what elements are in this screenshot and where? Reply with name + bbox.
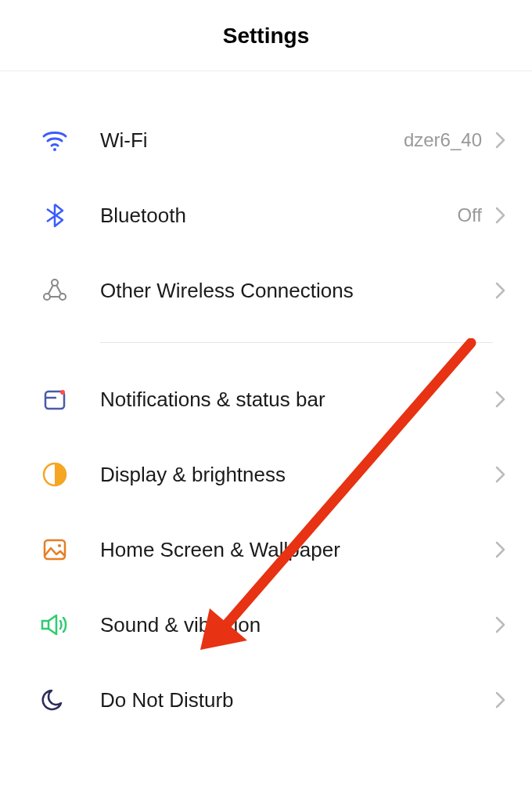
chevron-right-icon — [493, 391, 509, 407]
settings-list: Wi-Fi dzer6_40 Bluetooth Off — [0, 71, 532, 738]
settings-item-label: Bluetooth — [100, 204, 457, 228]
chevron-right-icon — [493, 617, 509, 633]
chevron-right-icon — [493, 132, 509, 148]
bluetooth-icon — [39, 200, 70, 231]
svg-rect-11 — [45, 540, 65, 559]
settings-item-home-screen[interactable]: Home Screen & Wallpaper — [0, 512, 532, 587]
svg-line-5 — [56, 285, 61, 294]
svg-point-3 — [59, 294, 66, 300]
svg-point-2 — [44, 294, 50, 300]
wallpaper-icon — [39, 534, 70, 565]
settings-item-notifications[interactable]: Notifications & status bar — [0, 362, 532, 437]
settings-item-bluetooth[interactable]: Bluetooth Off — [0, 178, 532, 253]
settings-item-display[interactable]: Display & brightness — [0, 437, 532, 512]
settings-item-label: Sound & vibration — [100, 613, 493, 637]
settings-item-value: Off — [457, 204, 482, 226]
settings-item-label: Home Screen & Wallpaper — [100, 538, 493, 562]
svg-rect-13 — [42, 621, 49, 629]
section-divider — [0, 342, 532, 343]
chevron-right-icon — [493, 542, 509, 557]
svg-point-0 — [53, 148, 56, 151]
svg-line-4 — [49, 285, 53, 294]
settings-item-label: Wi-Fi — [100, 128, 404, 153]
chevron-right-icon — [493, 467, 509, 482]
settings-item-wifi[interactable]: Wi-Fi dzer6_40 — [0, 103, 532, 178]
sound-icon — [39, 609, 70, 640]
svg-point-12 — [58, 544, 61, 547]
chevron-right-icon — [493, 692, 509, 708]
chevron-right-icon — [493, 207, 509, 223]
settings-item-value: dzer6_40 — [404, 129, 482, 151]
settings-item-label: Other Wireless Connections — [100, 279, 493, 303]
svg-point-9 — [60, 390, 65, 395]
page-title: Settings — [0, 23, 532, 49]
settings-item-other-wireless[interactable]: Other Wireless Connections — [0, 253, 532, 328]
settings-item-label: Do Not Disturb — [100, 688, 493, 712]
settings-item-dnd[interactable]: Do Not Disturb — [0, 662, 532, 738]
brightness-icon — [39, 459, 70, 490]
wifi-icon — [39, 124, 70, 156]
notifications-icon — [39, 384, 70, 415]
moon-icon — [39, 684, 70, 716]
settings-item-sound[interactable]: Sound & vibration — [0, 587, 532, 662]
share-network-icon — [39, 275, 70, 306]
settings-item-label: Notifications & status bar — [100, 388, 493, 412]
chevron-right-icon — [493, 283, 509, 298]
settings-header: Settings — [0, 0, 532, 71]
settings-item-label: Display & brightness — [100, 463, 493, 487]
